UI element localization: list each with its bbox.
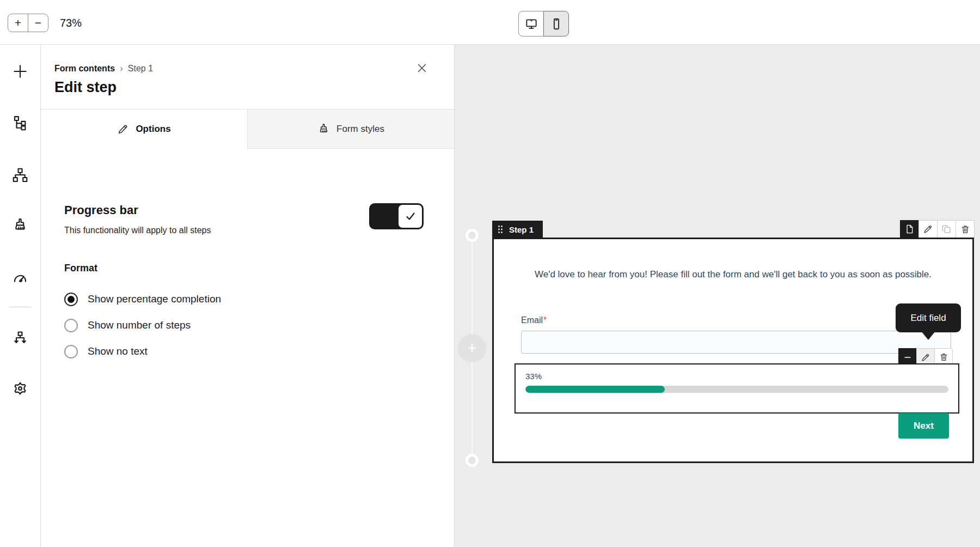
gear-icon[interactable]: [11, 379, 29, 398]
radio-show-percentage-completion[interactable]: Show percentage completion: [64, 286, 454, 312]
form-step-frame: We'd love to hear from you! Please fill …: [492, 238, 974, 463]
progress-track: [525, 386, 948, 393]
tooltip-arrow: [921, 331, 935, 340]
radio-show-number-of-steps[interactable]: Show number of steps: [64, 312, 454, 338]
progress-bar-section-title: Progress bar: [64, 203, 211, 217]
radio-selected-icon: [64, 293, 78, 306]
tab-form-styles[interactable]: Form styles: [247, 110, 454, 149]
radio-show-no-text[interactable]: Show no text: [64, 338, 454, 364]
connector-node-top: [465, 229, 479, 242]
form-intro-text: We'd love to hear from you! Please fill …: [494, 269, 972, 280]
plus-icon[interactable]: [11, 62, 29, 81]
radio-label: Show no text: [88, 345, 148, 357]
panel-header: Form contents › Step 1 Edit step: [41, 45, 454, 96]
check-icon: [404, 210, 417, 223]
tab-form-styles-label: Form styles: [336, 124, 384, 135]
trash-icon[interactable]: [955, 220, 975, 238]
email-field[interactable]: [521, 331, 951, 354]
document-icon[interactable]: [900, 220, 919, 238]
zoom-in-button[interactable]: +: [8, 14, 28, 32]
progress-fill: [525, 386, 665, 393]
panel-content: Progress bar This functionality will app…: [41, 149, 454, 364]
next-button[interactable]: Next: [898, 413, 949, 439]
radio-unselected-icon: [64, 319, 78, 332]
rail-divider: [9, 307, 31, 307]
close-icon[interactable]: [414, 60, 430, 76]
step-toolbar: [901, 220, 975, 238]
add-step-button[interactable]: +: [458, 334, 486, 362]
breadcrumb-separator: ›: [120, 63, 123, 74]
drag-dots-icon: [498, 225, 503, 234]
breadcrumb-step-1: Step 1: [128, 64, 153, 74]
progress-percent-label: 33%: [525, 372, 948, 381]
page-title: Edit step: [54, 79, 434, 96]
progress-bar-toggle[interactable]: [369, 203, 424, 229]
breadcrumb: Form contents › Step 1: [54, 63, 434, 74]
gauge-icon[interactable]: [11, 269, 29, 288]
tab-options-label: Options: [136, 124, 170, 135]
format-radio-group: Show percentage completion Show number o…: [64, 286, 454, 364]
progress-bar-section-description: This functionality will apply to all ste…: [64, 226, 211, 235]
preview-canvas: + Step 1: [455, 45, 980, 547]
tab-options[interactable]: Options: [41, 110, 247, 149]
mobile-preview-button[interactable]: [543, 11, 569, 37]
zoom-out-button[interactable]: −: [28, 14, 48, 32]
radio-label: Show percentage completion: [88, 293, 221, 305]
zoom-level-value: 73%: [60, 17, 82, 29]
required-asterisk: *: [543, 315, 547, 325]
step-drag-handle[interactable]: Step 1: [492, 221, 543, 238]
monitor-icon: [524, 17, 538, 31]
breadcrumb-form-contents[interactable]: Form contents: [54, 64, 115, 74]
pencil-icon: [117, 123, 129, 135]
form-contents-tree-icon[interactable]: [11, 114, 29, 132]
edit-step-panel: Form contents › Step 1 Edit step Opt: [41, 45, 455, 547]
top-bar: + − 73%: [0, 0, 980, 45]
sitemap-icon[interactable]: [11, 166, 29, 184]
left-icon-rail: [0, 45, 41, 547]
device-preview-toggle: [518, 11, 569, 37]
panel-tabs: Options Form styles: [41, 109, 454, 149]
canvas-zoom-controls: + −: [8, 14, 48, 32]
duplicate-icon[interactable]: [937, 220, 956, 238]
email-field-label: Email*: [521, 315, 547, 325]
main-area: Form contents › Step 1 Edit step Opt: [0, 45, 980, 547]
phone-icon: [549, 17, 564, 31]
format-section-title: Format: [64, 263, 454, 274]
toggle-knob: [397, 204, 423, 229]
brush-icon: [317, 123, 330, 135]
split-arrows-icon[interactable]: [11, 329, 29, 348]
connector-node-bottom: [465, 454, 479, 467]
radio-unselected-icon: [64, 345, 78, 358]
brush-icon[interactable]: [11, 216, 29, 234]
pencil-icon[interactable]: [918, 220, 938, 238]
edit-field-tooltip: Edit field: [896, 303, 961, 332]
radio-label: Show number of steps: [88, 319, 191, 331]
desktop-preview-button[interactable]: [518, 11, 544, 37]
progress-bar-module[interactable]: 33%: [514, 363, 959, 414]
step-tab-label: Step 1: [509, 225, 534, 234]
